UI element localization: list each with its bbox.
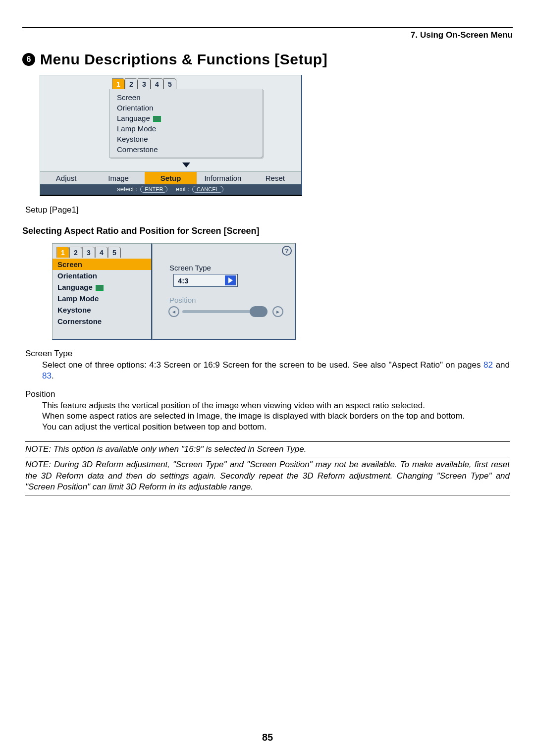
row-language-label: Language: [57, 283, 93, 291]
row-cornerstone[interactable]: Cornerstone: [53, 316, 151, 327]
screen-type-paragraph: Select one of three options: 4:3 Screen …: [42, 360, 510, 381]
position-p1: This feature adjusts the vertical positi…: [42, 400, 510, 411]
row-keystone[interactable]: Keystone: [53, 304, 151, 316]
tab-4[interactable]: 4: [151, 78, 163, 89]
tab-3[interactable]: 3: [138, 78, 151, 89]
help-icon[interactable]: ?: [282, 246, 292, 256]
setup-items-panel: Screen Orientation Language Lamp Mode Ke…: [109, 89, 263, 158]
section-number-badge: 6: [22, 53, 35, 66]
screen-type-value: 4:3: [178, 276, 189, 285]
item-cornerstone[interactable]: Cornerstone: [114, 144, 259, 155]
screen-type-label: Screen Type: [169, 264, 289, 272]
next-option-icon[interactable]: [225, 275, 236, 285]
item-keystone[interactable]: Keystone: [114, 134, 259, 144]
slider-left-button[interactable]: ◂: [168, 306, 179, 317]
subsection-heading: Selecting Aspect Ratio and Position for …: [22, 226, 513, 236]
row-screen[interactable]: Screen: [53, 259, 151, 270]
item-language-label: Language: [117, 114, 150, 122]
language-icon: [153, 116, 161, 122]
nav-image[interactable]: Image: [92, 172, 144, 184]
chevron-down-icon: [182, 162, 190, 167]
nav-information[interactable]: Information: [197, 172, 249, 184]
st-text-mid: and: [493, 360, 510, 370]
nav-adjust[interactable]: Adjust: [40, 172, 92, 184]
setup-tabs: 1 2 3 4 5: [40, 75, 301, 89]
position-p2: When some aspect ratios are selected in …: [42, 411, 510, 422]
screen-type-selector[interactable]: 4:3: [173, 274, 238, 287]
st-text-end: .: [52, 371, 54, 380]
item-orientation[interactable]: Orientation: [114, 103, 259, 113]
tab-3b[interactable]: 3: [82, 247, 95, 258]
setup-list: Screen Orientation Language Lamp Mode Ke…: [53, 258, 151, 327]
nav-setup[interactable]: Setup: [145, 172, 197, 184]
note-rule-3: [25, 495, 510, 495]
osd-main-nav: Adjust Image Setup Information Reset: [40, 171, 301, 184]
item-screen[interactable]: Screen: [114, 92, 259, 103]
setup-list-panel: 1 2 3 4 5 Screen Orientation Language La…: [52, 243, 152, 340]
tab-5[interactable]: 5: [163, 78, 176, 89]
row-orientation[interactable]: Orientation: [53, 270, 151, 281]
tab-5b[interactable]: 5: [108, 247, 121, 258]
screen-type-title: Screen Type: [25, 349, 513, 359]
row-language[interactable]: Language: [53, 281, 151, 293]
setup-tabs-small: 1 2 3 4 5: [53, 244, 151, 258]
scroll-down-indicator: [109, 158, 263, 171]
osd-setup-menu: 1 2 3 4 5 Screen Orientation Language La…: [40, 75, 302, 196]
section-title: Menu Descriptions & Functions [Setup]: [40, 51, 327, 68]
header-rule: [22, 27, 513, 28]
position-label: Position: [169, 296, 289, 304]
hint-exit-label: exit :: [176, 185, 189, 193]
position-slider-track[interactable]: [182, 310, 257, 313]
note-rule-1: [25, 441, 510, 442]
nav-reset[interactable]: Reset: [249, 172, 301, 184]
page-number: 85: [0, 732, 535, 743]
tab-2[interactable]: 2: [125, 78, 138, 89]
link-page-83[interactable]: 83: [42, 371, 52, 380]
hint-enter-pill: ENTER: [140, 186, 167, 193]
hint-select-label: select :: [117, 185, 137, 193]
position-p3: You can adjust the vertical position bet…: [42, 422, 510, 432]
position-slider-thumb[interactable]: [250, 306, 268, 317]
screen-settings-panel: ? Screen Type 4:3 Position ◂ ▸: [152, 243, 296, 340]
tab-1[interactable]: 1: [112, 78, 125, 89]
tab-2b[interactable]: 2: [69, 247, 82, 258]
chapter-header: 7. Using On-Screen Menu: [22, 30, 513, 40]
screen-submenu-figure: 1 2 3 4 5 Screen Orientation Language La…: [52, 243, 513, 340]
note-1: NOTE: This option is available only when…: [25, 444, 510, 455]
note-2: NOTE: During 3D Reform adjustment, "Scre…: [25, 459, 510, 492]
item-lamp-mode[interactable]: Lamp Mode: [114, 123, 259, 134]
st-text-a: Select one of three options: 4:3 Screen …: [42, 360, 483, 370]
position-slider-row: ◂ ▸: [168, 306, 289, 317]
slider-right-button[interactable]: ▸: [272, 306, 283, 317]
section-title-row: 6 Menu Descriptions & Functions [Setup]: [22, 51, 513, 68]
note-rule-2: [25, 457, 510, 457]
hint-cancel-pill: CANCEL: [192, 186, 223, 193]
link-page-82[interactable]: 82: [483, 360, 493, 370]
tab-4b[interactable]: 4: [95, 247, 108, 258]
hint-bar: select : ENTER exit : CANCEL: [40, 184, 301, 195]
item-language[interactable]: Language: [114, 113, 259, 123]
tab-1b[interactable]: 1: [56, 247, 69, 258]
language-icon-b: [96, 285, 104, 291]
position-title: Position: [25, 389, 513, 399]
row-lamp-mode[interactable]: Lamp Mode: [53, 293, 151, 304]
figure-caption-1: Setup [Page1]: [25, 205, 513, 215]
